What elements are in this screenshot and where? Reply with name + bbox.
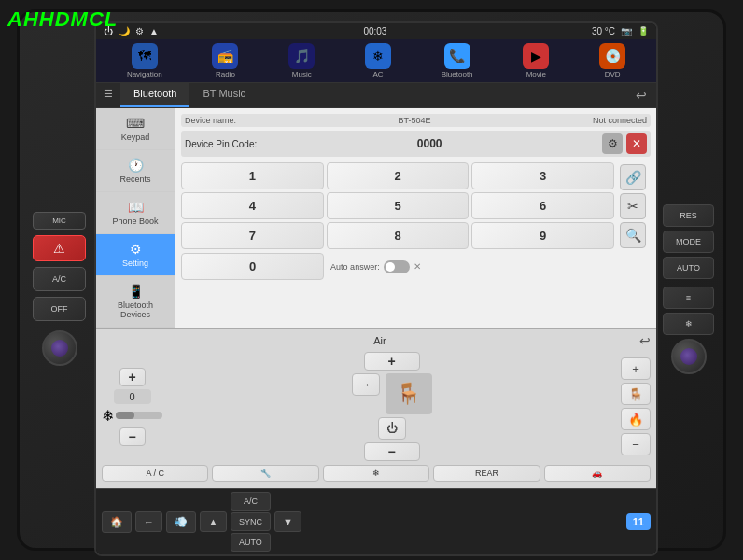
- numpad-grid: 1 2 3 4 5 6 7 8 9 0: [181, 162, 614, 280]
- right-knob-area: [663, 339, 714, 374]
- num-4-button[interactable]: 4: [181, 192, 324, 219]
- knob-inner-left: [51, 340, 68, 357]
- app-radio[interactable]: 📻 Radio: [212, 43, 238, 78]
- auto-answer-toggle[interactable]: [384, 260, 410, 273]
- num-5-button[interactable]: 5: [327, 192, 470, 219]
- air-arrow-right-button[interactable]: →: [352, 373, 380, 396]
- fan-slider-track[interactable]: [116, 412, 162, 419]
- home-nav-button[interactable]: 🏠: [102, 511, 132, 533]
- car-unit: MIC ⚠ A/C OFF ⏻ 🌙 ⚙ ▲ 00:: [17, 9, 726, 551]
- auto-answer-label: Auto answer:: [330, 262, 380, 272]
- sidebar-item-phonebook[interactable]: 📖 Phone Book: [96, 192, 175, 234]
- num-1-button[interactable]: 1: [181, 162, 324, 189]
- back-nav-button[interactable]: ←: [135, 511, 162, 532]
- pin-delete-button[interactable]: ✕: [626, 133, 647, 154]
- tab-back-icon[interactable]: ☰: [96, 83, 120, 107]
- hazard-button[interactable]: ⚠: [33, 235, 86, 261]
- air-mode-buttons-row: A / C 🔧 ❄ REAR 🚗: [102, 465, 651, 482]
- battery-icon: 🔋: [638, 26, 649, 36]
- right-rotary-knob[interactable]: [671, 339, 707, 374]
- cut-action-button[interactable]: ✂: [620, 193, 646, 219]
- air-panel: Air ↩ + 0 ❄ −: [96, 328, 656, 488]
- dvd-icon: 💿: [599, 43, 625, 69]
- air-right-plus-button[interactable]: +: [621, 357, 651, 380]
- radio-label: Radio: [216, 70, 235, 78]
- tab-bar: ☰ Bluetooth BT Music ↩: [96, 83, 656, 108]
- num-8-button[interactable]: 8: [327, 222, 470, 249]
- air-right-minus-button[interactable]: −: [621, 433, 651, 455]
- app-music[interactable]: 🎵 Music: [288, 43, 315, 78]
- air-center-plus-button[interactable]: +: [364, 352, 420, 371]
- toggle-x-icon: ✕: [414, 261, 421, 272]
- numpad: 1 2 3 4 5 6 7 8 9: [181, 162, 614, 249]
- sidebar-item-devices[interactable]: 📱 Bluetooth Devices: [96, 276, 175, 328]
- sidebar-item-recents[interactable]: 🕐 Recents: [96, 150, 175, 192]
- num-3-button[interactable]: 3: [471, 162, 614, 189]
- status-icons-right: 30 °C 📷 🔋: [592, 26, 649, 36]
- sidebar-item-keypad[interactable]: ⌨ Keypad: [96, 108, 175, 150]
- off-panel-button[interactable]: OFF: [33, 297, 86, 321]
- auto-button[interactable]: AUTO: [663, 257, 714, 279]
- app-bluetooth[interactable]: 📞 Bluetooth: [442, 43, 473, 78]
- pin-settings-button[interactable]: ⚙: [602, 133, 623, 154]
- air-icon-btn-bottom1[interactable]: 🔧: [212, 465, 318, 482]
- keypad-label: Keypad: [121, 133, 150, 142]
- temp-display: 30 °C: [592, 26, 615, 36]
- air-left-plus-button[interactable]: +: [119, 368, 146, 386]
- air-left-minus-button[interactable]: −: [119, 427, 146, 446]
- mic-button[interactable]: MIC: [33, 212, 86, 230]
- num-0-button[interactable]: 0: [181, 253, 324, 280]
- pin-label: Device Pin Code:: [185, 139, 257, 149]
- num-9-button[interactable]: 9: [471, 222, 614, 249]
- phonebook-icon: 📖: [128, 200, 144, 215]
- mode-button[interactable]: MODE: [663, 231, 714, 253]
- app-dvd[interactable]: 💿 DVD: [599, 43, 625, 78]
- right-icon-btn-2[interactable]: ❄: [663, 313, 714, 335]
- nav-down-button[interactable]: ▼: [274, 511, 301, 532]
- navigation-icon: 🗺: [132, 43, 158, 69]
- setting-icon: ⚙: [130, 242, 142, 257]
- air-power-button[interactable]: ⏻: [378, 417, 406, 440]
- app-navigation[interactable]: 🗺 Navigation: [127, 43, 162, 78]
- auto-answer-row: Auto answer: ✕: [327, 260, 614, 273]
- num-2-button[interactable]: 2: [327, 162, 470, 189]
- link-action-button[interactable]: 🔗: [620, 164, 646, 190]
- fan-nav-button[interactable]: 💨: [166, 511, 196, 533]
- screen-back-button[interactable]: ↩: [626, 83, 656, 107]
- ac-mode-button[interactable]: A / C: [102, 465, 208, 482]
- left-rotary-knob[interactable]: [42, 330, 77, 366]
- tab-bt-music[interactable]: BT Music: [189, 83, 259, 107]
- right-panel: RES MODE AUTO ≡ ❄: [663, 204, 714, 374]
- num-6-button[interactable]: 6: [471, 192, 614, 219]
- rear-mode-button[interactable]: REAR: [433, 465, 540, 482]
- left-knob-area: [33, 330, 86, 366]
- air-seat-icon-button[interactable]: 🪑: [621, 383, 651, 405]
- air-heat-icon-button[interactable]: 🔥: [621, 408, 651, 430]
- ac-panel-button[interactable]: A/C: [33, 267, 86, 291]
- ac-label: AC: [372, 70, 383, 78]
- sidebar-item-setting[interactable]: ⚙ Setting: [96, 234, 175, 276]
- air-icon-btn-bottom2[interactable]: ❄: [323, 465, 429, 482]
- app-movie[interactable]: ▶ Movie: [523, 43, 549, 78]
- app-ac[interactable]: ❄ AC: [365, 43, 391, 78]
- air-center-minus-button[interactable]: −: [364, 442, 420, 461]
- device-info-row: Device name: BT-504E Not connected: [181, 114, 651, 127]
- nav-up-button[interactable]: ▲: [200, 511, 227, 532]
- car-mode-button[interactable]: 🚗: [544, 465, 651, 482]
- up-triangle-icon: ▲: [149, 26, 159, 36]
- bottom-temp-badge: 11: [626, 513, 651, 530]
- pin-value: 0000: [260, 137, 598, 150]
- search-action-button[interactable]: 🔍: [620, 222, 646, 248]
- left-panel: MIC ⚠ A/C OFF: [29, 208, 90, 370]
- clock-display: 00:03: [363, 26, 386, 36]
- recents-label: Recents: [119, 175, 150, 184]
- num-7-button[interactable]: 7: [181, 222, 324, 249]
- right-icon-btn-1[interactable]: ≡: [663, 287, 714, 309]
- toggle-knob: [386, 262, 395, 272]
- fan-nav-icon: 💨: [175, 516, 188, 527]
- phonebook-label: Phone Book: [112, 217, 158, 226]
- res-button[interactable]: RES: [663, 204, 714, 227]
- ac-icon: ❄: [365, 43, 391, 69]
- tab-bluetooth[interactable]: Bluetooth: [120, 83, 189, 107]
- air-back-button[interactable]: ↩: [639, 333, 651, 348]
